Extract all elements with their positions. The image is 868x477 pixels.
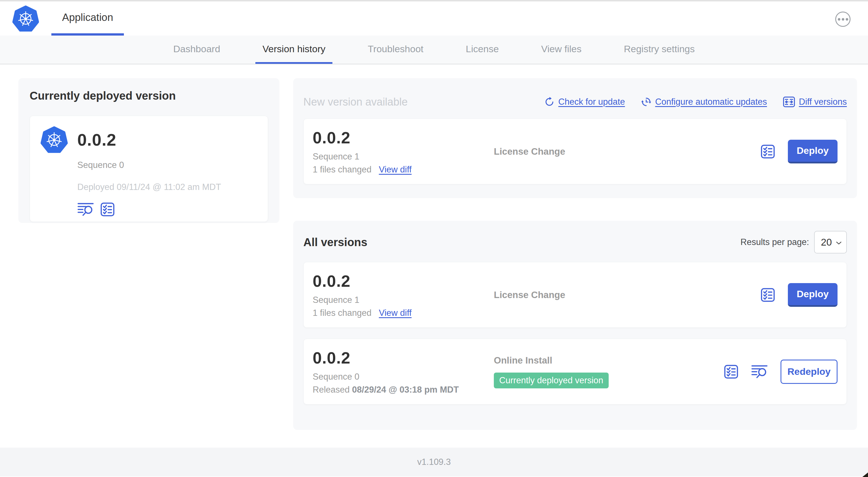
deployed-sequence-label: Sequence 0 <box>77 160 257 170</box>
sequence-label: Sequence 0 <box>313 372 494 382</box>
sequence-label: Sequence 1 <box>313 295 494 305</box>
diff-versions-link[interactable]: Diff versions <box>783 96 847 108</box>
new-version-row: 0.0.2 Sequence 1 1 files changed View di… <box>303 119 847 184</box>
version-source: License Change <box>494 146 760 157</box>
nav-tab-bar: Dashboard Version history Troubleshoot L… <box>0 35 868 64</box>
refresh-icon <box>544 96 555 107</box>
new-version-panel: New version available Check for update C… <box>293 78 857 198</box>
kubernetes-logo-icon <box>12 5 39 32</box>
preflight-checks-icon[interactable] <box>760 144 775 159</box>
main-content: Currently deployed version 0.0.2 Sequenc… <box>0 64 868 448</box>
schedule-icon <box>641 96 652 107</box>
currently-deployed-card: 0.0.2 Sequence 0 Deployed 09/11/24 @ 11:… <box>30 116 268 222</box>
deployed-version-number: 0.0.2 <box>77 130 116 150</box>
ellipsis-icon <box>838 18 840 21</box>
results-per-page-select[interactable]: 20 <box>814 231 847 254</box>
preflight-checks-icon[interactable] <box>760 287 775 303</box>
configure-automatic-updates-link[interactable]: Configure automatic updates <box>641 96 767 107</box>
kubernetes-icon <box>41 126 68 153</box>
redeploy-button[interactable]: Redeploy <box>780 360 838 384</box>
tab-dashboard[interactable]: Dashboard <box>166 35 227 64</box>
tab-license[interactable]: License <box>459 35 506 64</box>
deploy-button[interactable]: Deploy <box>788 283 838 307</box>
tab-view-files[interactable]: View files <box>534 35 589 64</box>
version-number: 0.0.2 <box>313 128 494 147</box>
app-footer: v1.109.3 <box>0 448 868 476</box>
view-logs-icon[interactable] <box>77 202 94 217</box>
currently-deployed-badge: Currently deployed version <box>494 372 609 388</box>
view-diff-link[interactable]: View diff <box>379 308 412 318</box>
check-for-update-link[interactable]: Check for update <box>544 96 625 107</box>
chevron-down-icon <box>836 241 842 245</box>
sequence-label: Sequence 1 <box>313 152 494 162</box>
version-number: 0.0.2 <box>313 348 494 367</box>
preflight-checks-icon[interactable] <box>723 364 739 379</box>
released-timestamp: Released 08/29/24 @ 03:18 pm MDT <box>313 385 494 395</box>
all-versions-title: All versions <box>303 236 367 249</box>
version-number: 0.0.2 <box>313 271 494 291</box>
tab-troubleshoot[interactable]: Troubleshoot <box>361 35 430 64</box>
currently-deployed-title: Currently deployed version <box>30 89 268 102</box>
console-version-label: v1.109.3 <box>417 457 451 467</box>
tab-version-history[interactable]: Version history <box>255 35 333 64</box>
app-header: Application <box>0 0 868 35</box>
deployed-timestamp: Deployed 09/11/24 @ 11:02 am MDT <box>77 182 257 192</box>
results-per-page-value: 20 <box>821 237 832 248</box>
version-source: Online Install <box>494 355 723 366</box>
version-row: 0.0.2 Sequence 0 Released 08/29/24 @ 03:… <box>303 339 847 405</box>
app-title: Application <box>62 11 113 23</box>
files-changed-label: 1 files changed <box>313 165 372 175</box>
all-versions-panel: All versions Results per page: 20 0.0.2 … <box>293 221 857 430</box>
view-logs-icon[interactable] <box>751 364 768 379</box>
version-row: 0.0.2 Sequence 1 1 files changed View di… <box>303 262 847 328</box>
preflight-checks-icon[interactable] <box>100 202 115 217</box>
overflow-menu-button[interactable] <box>835 11 850 27</box>
files-changed-label: 1 files changed <box>313 308 372 318</box>
version-source: License Change <box>494 290 760 300</box>
results-per-page-label: Results per page: <box>740 237 809 247</box>
view-diff-link[interactable]: View diff <box>379 165 412 175</box>
currently-deployed-panel: Currently deployed version 0.0.2 Sequenc… <box>18 78 279 223</box>
app-title-tab[interactable]: Application <box>51 1 124 35</box>
diff-icon <box>783 96 795 108</box>
deploy-button[interactable]: Deploy <box>788 140 838 163</box>
tab-registry-settings[interactable]: Registry settings <box>617 35 702 64</box>
new-version-title: New version available <box>303 96 408 108</box>
